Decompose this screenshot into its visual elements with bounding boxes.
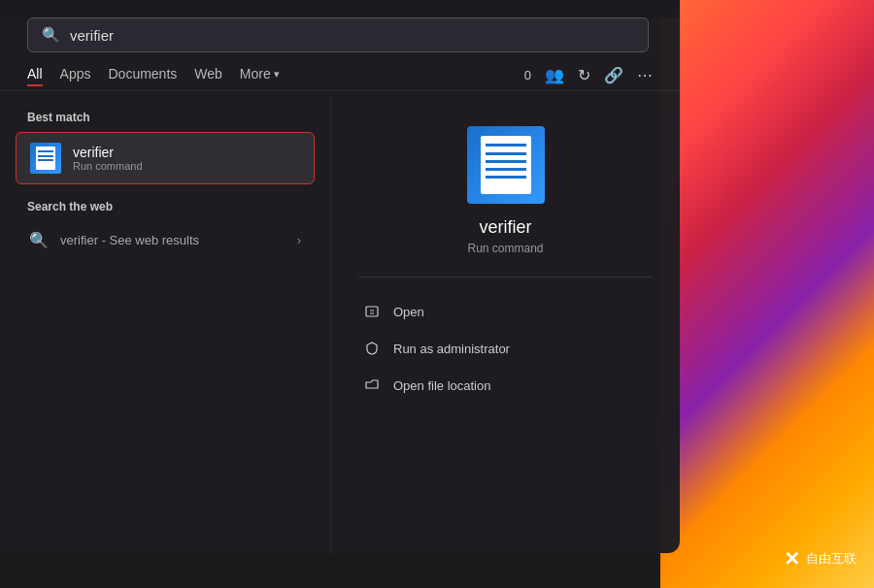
search-input[interactable]: verifier [70,27,634,44]
svg-rect-0 [366,307,378,316]
more-options-icon[interactable]: ⋯ [637,66,653,84]
header-icons: 0 👥 ↻ 🔗 ⋯ [524,66,653,84]
results-panel: Best match verifier Run command Search t… [0,97,330,553]
watermark: ✕ 自由互联 [784,547,857,571]
search-icon: 🔍 [42,26,60,44]
badge-count: 0 [524,68,531,82]
app-icon-bg [30,143,61,174]
large-icon-page [481,136,531,194]
action-run-admin[interactable]: Run as administrator [358,330,653,367]
best-match-label: Best match [0,111,330,124]
chevron-down-icon: ▾ [274,68,280,81]
detail-divider [358,277,653,278]
tab-more[interactable]: More ▾ [240,66,280,84]
detail-app-type: Run command [467,242,543,255]
action-list: Open Run as administrator Open file loca… [358,293,653,404]
search-web-suffix: - See web results [98,233,199,247]
action-file-location-label: Open file location [393,378,490,393]
watermark-text: 自由互联 [806,550,857,568]
top-apps-bar [0,0,680,17]
search-web-icon: 🔍 [29,231,49,249]
detail-app-name: verifier [479,217,531,238]
best-match-app-name: verifier [73,145,143,160]
best-match-info: verifier Run command [73,145,143,172]
best-match-item[interactable]: verifier Run command [16,132,315,184]
open-icon [362,302,382,321]
search-panel: 🔍 verifier All Apps Documents Web More ▾… [0,0,680,553]
filter-tabs: All Apps Documents Web More ▾ [27,66,280,84]
refresh-icon[interactable]: ↻ [578,66,590,84]
action-run-admin-label: Run as administrator [393,342,510,356]
best-match-app-type: Run command [73,160,143,172]
action-open-label: Open [393,305,424,319]
tab-documents[interactable]: Documents [108,66,177,84]
action-file-location[interactable]: Open file location [358,367,653,404]
app-icon-large [467,126,545,204]
tab-divider [0,90,680,91]
app-icon-small [30,143,61,174]
search-web-label: Search the web [0,184,330,221]
tab-all[interactable]: All [27,66,43,84]
background-decoration [660,0,874,588]
folder-icon [362,376,382,395]
tab-apps[interactable]: Apps [60,66,91,84]
chevron-right-icon: › [297,233,301,247]
detail-panel: verifier Run command Open [330,97,680,553]
action-open[interactable]: Open [358,293,653,330]
search-box-container: 🔍 verifier [27,17,649,52]
search-web-text: verifier - See web results [60,233,199,247]
app-icon-page [36,147,55,170]
search-box[interactable]: 🔍 verifier [27,17,649,52]
search-web-query: verifier [60,233,98,247]
search-web-item[interactable]: 🔍 verifier - See web results › [16,221,315,259]
link-icon[interactable]: 🔗 [604,66,623,84]
people-icon[interactable]: 👥 [545,66,564,84]
shield-icon [362,339,382,358]
watermark-x-symbol: ✕ [784,547,800,571]
tab-web[interactable]: Web [194,66,222,84]
